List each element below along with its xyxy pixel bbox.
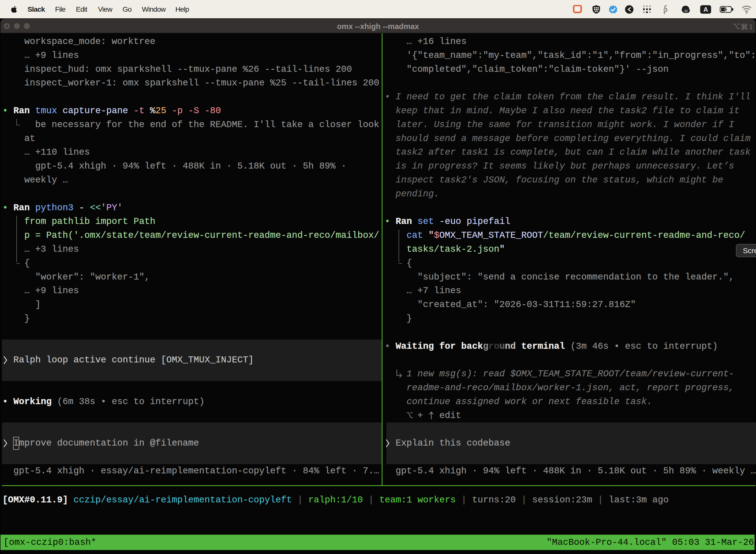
- svg-text:1: 1: [749, 23, 753, 30]
- svg-text:A: A: [703, 6, 708, 13]
- svg-text:..61: ..61: [683, 9, 688, 13]
